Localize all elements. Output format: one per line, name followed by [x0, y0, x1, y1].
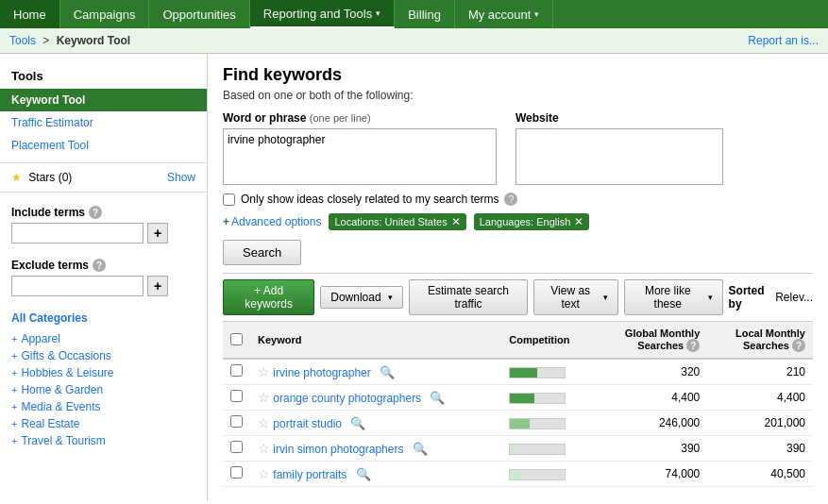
star-icon[interactable]: ☆	[258, 466, 270, 481]
global-monthly: 320	[596, 359, 708, 385]
sidebar-item-placement-tool[interactable]: Placement Tool	[0, 134, 207, 157]
competition-bar	[509, 393, 566, 404]
magnify-icon[interactable]: 🔍	[430, 391, 445, 405]
all-categories-link[interactable]: All Categories	[11, 311, 195, 325]
view-as-text-button[interactable]: View as text ▾	[533, 279, 618, 315]
search-button[interactable]: Search	[223, 240, 301, 265]
plus-icon: +	[11, 418, 17, 429]
magnify-icon[interactable]: 🔍	[356, 467, 371, 481]
sidebar-item-keyword-tool[interactable]: Keyword Tool	[0, 89, 207, 111]
sidebar-title: Tools	[0, 63, 207, 89]
include-terms-input[interactable]	[11, 223, 144, 244]
competition-bar	[509, 444, 566, 455]
star-icon[interactable]: ☆	[258, 441, 270, 456]
category-media[interactable]: + Media & Events	[11, 398, 195, 415]
magnify-icon[interactable]: 🔍	[413, 442, 428, 456]
category-hobbies[interactable]: + Hobbies & Leisure	[11, 364, 195, 381]
exclude-terms-help[interactable]: ?	[93, 259, 106, 272]
include-terms-section: Include terms ? +	[0, 198, 207, 251]
location-tag-close[interactable]: ✕	[451, 215, 461, 228]
category-gifts[interactable]: + Gifts & Occasions	[11, 347, 195, 364]
categories-section: All Categories + Apparel + Gifts & Occas…	[0, 304, 207, 457]
plus-icon: +	[11, 333, 17, 344]
keyword-link[interactable]: orange county photographers	[273, 392, 421, 405]
plus-icon: +	[11, 435, 17, 446]
checkbox-help-icon[interactable]: ?	[504, 193, 517, 206]
star-icon[interactable]: ☆	[258, 390, 270, 405]
page-subtitle: Based on one or both of the following:	[223, 89, 813, 102]
nav-opportunities[interactable]: Opportunities	[149, 0, 249, 28]
exclude-terms-input[interactable]	[11, 276, 144, 296]
add-keywords-button[interactable]: + Add keywords	[223, 279, 314, 315]
closely-related-checkbox[interactable]	[223, 193, 235, 206]
location-tag: Locations: United States ✕	[329, 213, 465, 230]
website-group: Website	[515, 111, 723, 185]
category-home[interactable]: + Home & Garden	[11, 381, 195, 398]
nav-reporting-caret: ▾	[376, 8, 380, 18]
keyword-link[interactable]: portrait studio	[273, 417, 342, 430]
stars-show-link[interactable]: Show	[167, 171, 195, 184]
global-help-icon[interactable]: ?	[686, 339, 700, 352]
keyword-link[interactable]: family portraits	[273, 468, 346, 481]
language-tag: Languages: English ✕	[474, 213, 590, 230]
nav-home[interactable]: Home	[0, 0, 60, 28]
global-monthly: 246,000	[596, 411, 708, 436]
category-apparel[interactable]: + Apparel	[11, 330, 195, 347]
row-checkbox[interactable]	[230, 390, 243, 402]
competition-bar	[509, 367, 566, 378]
nav-campaigns[interactable]: Campaigns	[60, 0, 150, 28]
nav-account-caret: ▾	[534, 9, 539, 19]
more-like-these-button[interactable]: More like these ▾	[624, 279, 723, 315]
select-all-checkbox[interactable]	[230, 333, 243, 345]
breadcrumb-parent[interactable]: Tools	[9, 34, 36, 47]
nav-account[interactable]: My account ▾	[455, 0, 553, 28]
keyword-link[interactable]: irvine photographer	[273, 366, 370, 379]
star-icon[interactable]: ☆	[258, 415, 270, 430]
closely-related-label: Only show ideas closely related to my se…	[241, 193, 498, 206]
exclude-terms-add-btn[interactable]: +	[147, 276, 168, 296]
page-title: Find keywords	[223, 65, 813, 85]
nav-billing[interactable]: Billing	[395, 0, 455, 28]
top-nav: Home Campaigns Opportunities Reporting a…	[0, 0, 828, 28]
exclude-terms-label: Exclude terms	[11, 259, 89, 272]
estimate-traffic-button[interactable]: Estimate search traffic	[409, 279, 529, 315]
main-layout: Tools Keyword Tool Traffic Estimator Pla…	[0, 54, 828, 501]
plus-icon: +	[11, 367, 17, 378]
table-row: ☆ irvin simon photographers 🔍 390 390	[223, 436, 813, 462]
row-checkbox[interactable]	[230, 364, 243, 377]
category-travel[interactable]: + Travel & Tourism	[11, 432, 195, 449]
col-keyword: Keyword	[250, 322, 501, 360]
stars-label: ★ Stars (0)	[11, 171, 72, 184]
local-help-icon[interactable]: ?	[792, 339, 805, 352]
advanced-options-link[interactable]: + Advanced options	[223, 215, 321, 228]
plus-icon: +	[11, 384, 17, 395]
row-checkbox[interactable]	[230, 415, 243, 428]
local-monthly: 201,000	[707, 411, 813, 436]
local-monthly: 210	[707, 359, 813, 385]
include-terms-help[interactable]: ?	[89, 206, 102, 219]
magnify-icon[interactable]: 🔍	[380, 365, 395, 379]
sidebar-item-traffic-estimator[interactable]: Traffic Estimator	[0, 111, 207, 134]
language-tag-close[interactable]: ✕	[574, 215, 583, 228]
nav-reporting[interactable]: Reporting and Tools ▾	[250, 0, 395, 28]
category-real-estate[interactable]: + Real Estate	[11, 415, 195, 432]
global-monthly: 390	[596, 436, 708, 462]
word-phrase-textarea[interactable]: irvine photographer	[223, 128, 497, 185]
star-icon[interactable]: ☆	[258, 364, 270, 379]
breadcrumb: Tools > Keyword Tool	[9, 34, 130, 47]
magnify-icon[interactable]: 🔍	[350, 416, 365, 430]
report-link[interactable]: Report an is...	[748, 34, 819, 47]
include-terms-add-btn[interactable]: +	[147, 223, 168, 244]
plus-icon: +	[11, 401, 17, 412]
row-checkbox[interactable]	[230, 466, 243, 479]
download-button[interactable]: Download ▾	[320, 286, 402, 309]
global-monthly: 4,400	[596, 385, 708, 411]
word-phrase-label: Word or phrase	[223, 111, 306, 125]
table-row: ☆ family portraits 🔍 74,000 40,500	[223, 462, 813, 487]
local-monthly: 390	[707, 436, 813, 462]
website-input[interactable]	[515, 128, 723, 185]
row-checkbox[interactable]	[230, 441, 243, 453]
competition-bar	[509, 469, 566, 480]
keyword-link[interactable]: irvin simon photographers	[273, 443, 403, 456]
col-global: Global MonthlySearches ?	[596, 322, 708, 360]
